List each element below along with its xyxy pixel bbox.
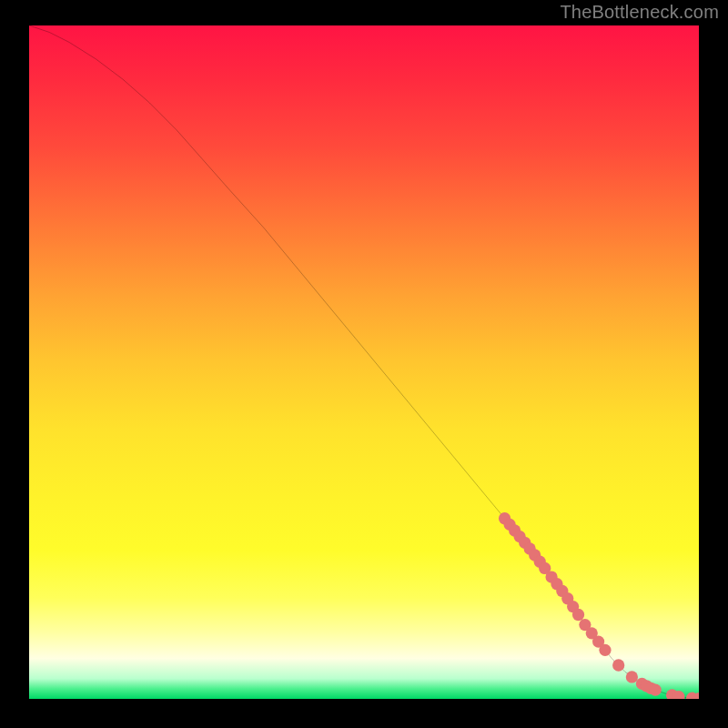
data-marker bbox=[572, 609, 584, 621]
data-marker bbox=[626, 671, 638, 682]
plot-area bbox=[29, 25, 699, 699]
data-marker bbox=[612, 659, 624, 671]
bottleneck-curve bbox=[29, 25, 699, 699]
curve-layer bbox=[29, 25, 699, 699]
watermark-label: TheBottleneck.com bbox=[560, 2, 719, 23]
chart-container: TheBottleneck.com bbox=[0, 0, 728, 728]
data-marker bbox=[650, 683, 662, 695]
marker-group bbox=[499, 512, 699, 699]
data-marker bbox=[599, 644, 611, 656]
